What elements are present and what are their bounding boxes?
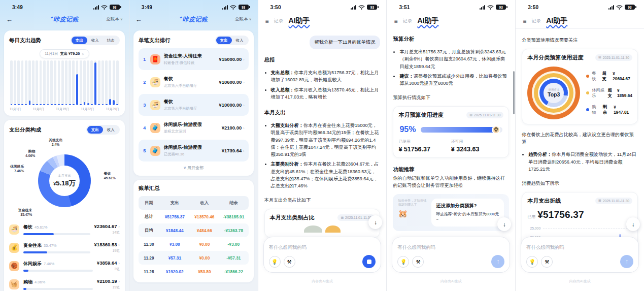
bar-slot — [109, 60, 111, 105]
date-range-badge: ⊞2025.11.01-11.30 — [595, 54, 632, 61]
signal-icon — [608, 5, 614, 10]
rank-row[interactable]: 3 🍜 餐饮北京第六季自助餐厅 ¥10000.00 › — [139, 94, 249, 116]
nav-bar: ← ✦咔皮记账 总账本∨ — [0, 12, 129, 26]
table-row: 11.30¥3.00¥0.00-¥3.00 — [139, 237, 249, 251]
category-row-transfer[interactable]: 💰 资金往来35.47% ¥18360.53 › 19笔 — [9, 238, 120, 256]
chat-input-area: 💡 ⚒ 内容由AI生成 — [263, 237, 382, 284]
category-list: 🍜 餐饮45.61% ¥23604.67 › 34笔 💰 资金往来35.47% — [9, 220, 120, 291]
rank-row[interactable]: 5 🧳 休闲娱乐-旅游度假已优惠¥0.36 ¥1739.64 › — [139, 140, 249, 161]
chat-input[interactable] — [526, 245, 633, 250]
menu-icon[interactable]: ≡ — [265, 18, 269, 25]
bullet-item: 趋势分析：你本月每日消费金额波动较大，11月24日单日消费达到20656.40元… — [528, 151, 638, 173]
send-button[interactable]: ↑ — [620, 255, 633, 268]
status-icons: 93 — [608, 5, 635, 10]
tab-records[interactable]: 记录 — [274, 18, 284, 25]
tab-expense[interactable]: 支出 — [72, 37, 87, 44]
screen-rank-summary: 3:49 93 ← ✦咔皮记账 总账本∨ 单笔支出排行 支出 收入 1 — [129, 0, 258, 291]
bullet-item: 主要类别分析：你本月在餐饮上花费23604.67元，占总支出的45.61%；在资… — [271, 160, 381, 189]
calendar-icon: ⊞ — [598, 55, 601, 59]
ai-nav-bar: ≡ 记录 AI助手 — [516, 12, 644, 29]
stop-icon — [367, 260, 371, 264]
status-time: 3:50 — [528, 5, 538, 10]
category-progress — [23, 233, 90, 235]
chat-input[interactable] — [269, 245, 376, 250]
table-row: 11.28¥1920.02¥53.80-¥1866.22 — [139, 265, 249, 278]
stop-button[interactable] — [362, 255, 376, 268]
tab-expense[interactable]: 支出 — [87, 126, 103, 134]
chart-tooltip[interactable]: 11月1日 支出 ¥79.20 > — [40, 49, 89, 58]
calendar-icon: ⊞ — [341, 216, 344, 220]
wifi-icon — [358, 5, 365, 10]
category-breakdown-card: 支出分类构成 支出 收入 其他支出2.4% 购物4.06% 休闲娱乐7.46% … — [4, 120, 125, 291]
menu-icon[interactable]: ≡ — [394, 18, 397, 25]
ai-nav-bar: ≡ 记录 AI助手 — [258, 12, 387, 28]
bar-slot — [61, 60, 64, 105]
wifi-icon — [487, 5, 494, 10]
screen-category-budget: 3:50 93 ≡ 记录 AI助手 分类预算使用情况需要关注 本月分类预算使用进… — [515, 0, 644, 291]
category-budget-promo-card[interactable]: 知道分类，才知道钱都花到哪儿了 🐹 还没添加分类预算? 咔皮推荐“餐饮”的本月预… — [393, 194, 509, 232]
idea-button[interactable]: 💡 — [526, 256, 538, 268]
account-book-dropdown[interactable]: 总账本∨ — [107, 16, 123, 22]
bar-slot — [58, 60, 60, 105]
menu-icon[interactable]: ≡ — [523, 18, 526, 25]
scrollbar[interactable] — [513, 71, 515, 114]
tab-ai-assistant[interactable]: AI助手 — [546, 16, 567, 25]
lead-in-text: 预算执行情况如下 — [393, 94, 509, 102]
send-button[interactable]: ↑ — [491, 255, 504, 268]
card-title: 每日支出趋势 — [9, 37, 41, 44]
budget-bullets: 本月总支出51756.37元，月度总预算剩余3243.63元（剩余6%）餐饮类目… — [393, 46, 509, 89]
category-row-food[interactable]: 🍜 餐饮45.61% ¥23604.67 › 34笔 — [9, 220, 120, 238]
date-range-badge: ⊞2025.11.01-11.30 — [466, 112, 503, 118]
battery-icon: 93 — [367, 5, 377, 10]
chevron-down-icon: ∨ — [120, 17, 123, 21]
daily-bar-chart — [9, 60, 120, 105]
bar-slot — [50, 60, 53, 105]
feature-recommend-text: 你的自动记账和账单导入功能使用良好，继续保持这样的记账习惯会让财务管理更加轻松 — [393, 175, 509, 189]
donut-label-other: 其他支出2.4% — [49, 138, 62, 147]
scroll-down-button[interactable]: ↓ — [626, 217, 640, 231]
bar-slot — [36, 60, 38, 105]
expand-all-button[interactable]: ∨ 展开全部 — [139, 161, 249, 172]
tab-income[interactable]: 收入 — [87, 37, 103, 44]
tab-expense[interactable]: 支出 — [216, 37, 232, 44]
tab-ai-assistant[interactable]: AI助手 — [417, 16, 438, 25]
card-title: 账单汇总 — [139, 185, 249, 192]
scroll-down-button[interactable]: ↓ — [497, 217, 511, 231]
date-range-badge: ⊞2025.11.01-11.30 — [595, 198, 632, 204]
category-row-fun[interactable]: 🏀 休闲娱乐7.46% ¥3859.64 › 3笔 — [9, 256, 120, 275]
rank-row[interactable]: 2 🍜 餐饮北京第六季自助餐厅 ¥10600.00 › — [139, 71, 249, 93]
category-row-shopping[interactable]: 🧺 购物4.06% ¥2100.19 › 19笔 — [9, 275, 120, 291]
chat-input[interactable] — [397, 245, 504, 250]
luggage-icon: 🧳 — [150, 123, 160, 133]
promo-illustration: 知道分类，才知道钱都花到哪儿了 🐹 — [398, 199, 427, 218]
lightbulb-icon: 💡 — [400, 259, 406, 265]
pie-chart-preview — [270, 221, 375, 233]
tools-button[interactable]: ⚒ — [412, 256, 424, 268]
budget-ring-chart: 使用占比 Top3 — [527, 67, 580, 119]
account-book-dropdown[interactable]: 总账本∨ — [235, 16, 251, 22]
tab-ai-assistant[interactable]: AI助手 — [289, 16, 310, 25]
chevron-right-icon: › — [118, 243, 120, 247]
bullet-item: 支出总额：你本月支出总额为51756.37元，相比上月增加了16002.89元，… — [271, 69, 381, 84]
ai-disclaimer: 内容由AI生成 — [521, 279, 639, 284]
summary-bullets: 支出总额：你本月支出总额为51756.37元，相比上月增加了16002.89元，… — [264, 67, 381, 103]
chevron-right-icon: › — [243, 126, 245, 131]
battery-icon: 93 — [496, 5, 506, 10]
rank-row[interactable]: 1 🧧 资金往来-人情往来转账备注:微信转账 ¥15000.00 › — [139, 48, 249, 70]
bar-slot — [98, 60, 100, 105]
tools-button[interactable]: ⚒ — [284, 256, 295, 268]
idea-button[interactable]: 💡 — [269, 256, 281, 268]
chevron-right-icon: › — [118, 224, 120, 229]
tools-button[interactable]: ⚒ — [541, 256, 553, 268]
category-tab-group: 支出 收入 — [86, 125, 120, 135]
tab-records[interactable]: 记录 — [402, 18, 412, 25]
idea-button[interactable]: 💡 — [397, 256, 409, 268]
bar-slot — [90, 60, 93, 105]
rank-row[interactable]: 4 🧳 休闲娱乐-旅游度假单程北京深圳 ¥2100.00 › — [139, 117, 249, 139]
tab-records[interactable]: 记录 — [531, 18, 541, 25]
tab-balance[interactable]: 结余 — [103, 37, 119, 44]
ai-nav-bar: ≡ 记录 AI助手 — [387, 12, 515, 28]
bar-slot — [87, 60, 89, 105]
tab-income[interactable]: 收入 — [232, 37, 248, 44]
tab-income[interactable]: 收入 — [103, 126, 119, 134]
